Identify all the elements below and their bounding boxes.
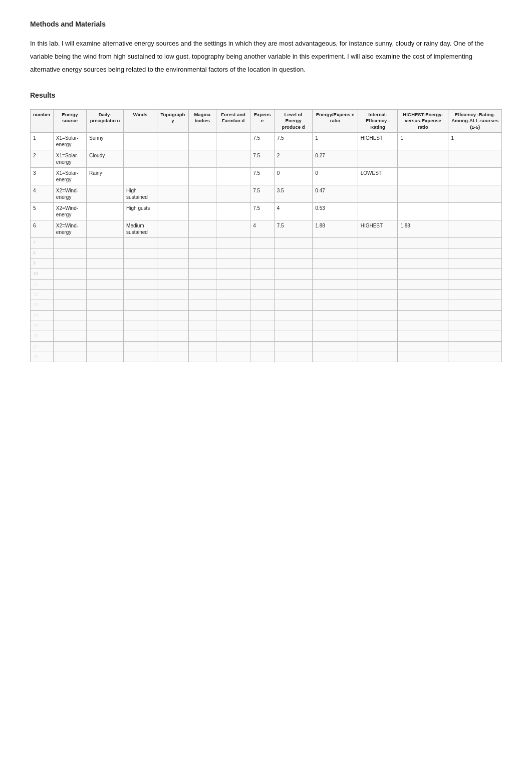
section-results-heading: Results <box>30 91 502 99</box>
table-row: 5X2=Wind-energyHigh gusts7.540.53 <box>31 203 502 220</box>
table-row-blurred: 14 <box>31 310 502 321</box>
table-row: 6X2=Wind-energyMedium sustained47.51.88H… <box>31 220 502 238</box>
methods-paragraph: In this lab, I will examine alternative … <box>30 37 502 76</box>
table-row: 4X2=Wind-energyHigh sustained7.53.50.47 <box>31 185 502 203</box>
col-energy-source: Energy source <box>53 110 86 133</box>
table-row: 2X1=Solar-energyCloudy7.520.27 <box>31 150 502 168</box>
table-row-blurred: 17 <box>31 341 502 352</box>
col-internal: Internal-Efficency -Rating <box>358 110 398 133</box>
col-topography: Topograph y <box>157 110 189 133</box>
table-row-blurred: 9 <box>31 258 502 269</box>
table-row-blurred: 18 <box>31 352 502 362</box>
col-energy-expense: Energy/Expens e ratio <box>313 110 358 133</box>
col-expense: Expens e <box>250 110 275 133</box>
table-row: 3X1=Solar-energyRainy7.500LOWEST <box>31 168 502 185</box>
col-highest: HIGHEST-Energy-versus-Expense ratio <box>398 110 448 133</box>
col-precipitation: Daily-precipitatio n <box>87 110 124 133</box>
col-forest: Forest and Farmlan d <box>216 110 250 133</box>
results-table: number Energy source Daily-precipitatio … <box>30 109 502 362</box>
table-row-blurred: 16 <box>31 331 502 342</box>
col-magma: Magma bodies <box>188 110 216 133</box>
table-row: 1X1=Solar-energySunny7.57.51HIGHEST11 <box>31 133 502 150</box>
col-number: number <box>31 110 54 133</box>
col-winds: Winds <box>124 110 157 133</box>
table-row-blurred: 12 <box>31 290 502 300</box>
section-methods-heading: Methods and Materials <box>30 20 502 28</box>
table-row-blurred: 10 <box>31 269 502 280</box>
table-row-blurred: 11 <box>31 279 502 290</box>
col-efficency-rating: Efficency -Rating-Among-ALL-sourses (1-5… <box>448 110 502 133</box>
table-row-blurred: 13 <box>31 300 502 311</box>
table-header-row: number Energy source Daily-precipitatio … <box>31 110 502 133</box>
table-row-blurred: 15 <box>31 321 502 331</box>
table-row-blurred: 7 <box>31 238 502 248</box>
table-row-blurred: 8 <box>31 248 502 258</box>
col-level-energy: Level of Energy produce d <box>274 110 313 133</box>
